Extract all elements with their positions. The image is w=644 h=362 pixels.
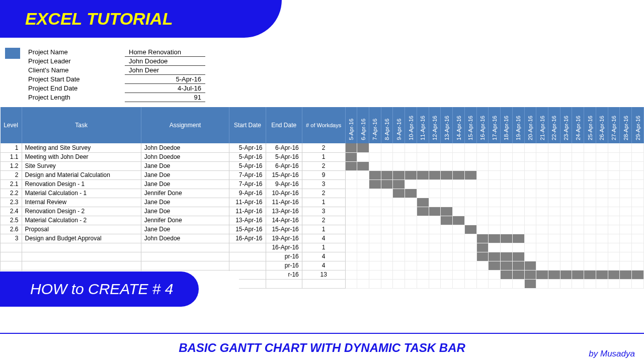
gantt-empty-cell[interactable]: [524, 161, 536, 170]
gantt-bar-segment[interactable]: [345, 161, 357, 170]
gantt-empty-cell[interactable]: [608, 279, 620, 288]
gantt-empty-cell[interactable]: [501, 143, 513, 152]
gantt-empty-cell[interactable]: [381, 243, 393, 252]
gantt-empty-cell[interactable]: [369, 207, 381, 216]
gantt-bar-segment[interactable]: [417, 207, 429, 216]
gantt-empty-cell[interactable]: [489, 270, 501, 279]
gantt-empty-cell[interactable]: [369, 216, 381, 225]
gantt-empty-cell[interactable]: [381, 207, 393, 216]
gantt-empty-cell[interactable]: [417, 179, 429, 189]
gantt-empty-cell[interactable]: [572, 225, 584, 234]
gantt-empty-cell[interactable]: [453, 179, 465, 189]
level-cell[interactable]: [1, 252, 22, 261]
gantt-empty-cell[interactable]: [536, 252, 548, 261]
date-header[interactable]: 21-Apr-16: [536, 107, 548, 143]
task-cell[interactable]: Internal Review: [22, 198, 141, 207]
col-workdays[interactable]: # of Workdays: [302, 107, 345, 143]
gantt-empty-cell[interactable]: [381, 225, 393, 234]
gantt-bar-segment[interactable]: [584, 270, 596, 279]
table-row[interactable]: 1.2Site SurveyJane Doe5-Apr-166-Apr-162: [1, 161, 644, 170]
gantt-empty-cell[interactable]: [441, 261, 453, 270]
gantt-empty-cell[interactable]: [560, 216, 572, 225]
gantt-empty-cell[interactable]: [524, 252, 536, 261]
gantt-empty-cell[interactable]: [369, 270, 381, 279]
gantt-empty-cell[interactable]: [584, 198, 596, 207]
info-value[interactable]: 4-Jul-16: [125, 84, 205, 93]
date-header[interactable]: 7-Apr-16: [369, 107, 381, 143]
table-row[interactable]: 2Design and Material CalculationJane Doe…: [1, 170, 644, 179]
gantt-bar-segment[interactable]: [501, 270, 513, 279]
gantt-empty-cell[interactable]: [560, 234, 572, 243]
gantt-empty-cell[interactable]: [560, 198, 572, 207]
gantt-empty-cell[interactable]: [464, 179, 476, 189]
gantt-empty-cell[interactable]: [393, 207, 405, 216]
gantt-empty-cell[interactable]: [429, 198, 441, 207]
gantt-empty-cell[interactable]: [512, 161, 524, 170]
gantt-empty-cell[interactable]: [512, 152, 524, 161]
info-value[interactable]: John Deer: [125, 66, 205, 75]
gantt-bar-segment[interactable]: [393, 179, 405, 189]
gantt-empty-cell[interactable]: [572, 207, 584, 216]
gantt-empty-cell[interactable]: [548, 170, 560, 179]
date-header[interactable]: 16-Apr-16: [476, 107, 489, 143]
gantt-empty-cell[interactable]: [524, 170, 536, 179]
gantt-empty-cell[interactable]: [501, 179, 513, 189]
date-header[interactable]: 28-Apr-16: [620, 107, 632, 143]
gantt-empty-cell[interactable]: [357, 170, 369, 179]
start-cell[interactable]: 5-Apr-16: [229, 152, 266, 161]
gantt-empty-cell[interactable]: [596, 170, 608, 179]
gantt-bar-segment[interactable]: [476, 243, 489, 252]
gantt-empty-cell[interactable]: [596, 261, 608, 270]
gantt-bar-segment[interactable]: [560, 270, 572, 279]
days-cell[interactable]: 4: [302, 252, 345, 261]
gantt-empty-cell[interactable]: [393, 225, 405, 234]
gantt-empty-cell[interactable]: [501, 243, 513, 252]
gantt-empty-cell[interactable]: [584, 234, 596, 243]
start-cell[interactable]: 11-Apr-16: [229, 207, 266, 216]
gantt-empty-cell[interactable]: [476, 179, 489, 189]
end-cell[interactable]: 14-Apr-16: [266, 216, 302, 225]
gantt-empty-cell[interactable]: [501, 198, 513, 207]
level-cell[interactable]: [1, 261, 22, 270]
gantt-empty-cell[interactable]: [429, 189, 441, 198]
gantt-bar-segment[interactable]: [512, 261, 524, 270]
gantt-empty-cell[interactable]: [596, 234, 608, 243]
end-cell[interactable]: 6-Apr-16: [266, 161, 302, 170]
gantt-empty-cell[interactable]: [345, 234, 357, 243]
start-cell[interactable]: 11-Apr-16: [229, 198, 266, 207]
info-value[interactable]: Home Renovation: [125, 48, 205, 57]
start-cell[interactable]: 16-Apr-16: [229, 234, 266, 243]
end-cell[interactable]: pr-16: [266, 261, 302, 270]
gantt-empty-cell[interactable]: [560, 143, 572, 152]
gantt-empty-cell[interactable]: [620, 198, 632, 207]
info-value[interactable]: 5-Apr-16: [125, 75, 205, 84]
gantt-empty-cell[interactable]: [464, 152, 476, 161]
gantt-empty-cell[interactable]: [524, 179, 536, 189]
gantt-bar-segment[interactable]: [632, 270, 644, 279]
gantt-bar-segment[interactable]: [417, 170, 429, 179]
gantt-empty-cell[interactable]: [632, 161, 644, 170]
gantt-empty-cell[interactable]: [501, 170, 513, 179]
gantt-empty-cell[interactable]: [489, 198, 501, 207]
gantt-empty-cell[interactable]: [608, 179, 620, 189]
gantt-empty-cell[interactable]: [524, 234, 536, 243]
gantt-empty-cell[interactable]: [357, 179, 369, 189]
assign-cell[interactable]: Jennifer Done: [141, 189, 229, 198]
col-end-date[interactable]: End Date: [266, 107, 302, 143]
col-assignment[interactable]: Assignment: [141, 107, 229, 143]
gantt-empty-cell[interactable]: [464, 143, 476, 152]
gantt-empty-cell[interactable]: [405, 152, 417, 161]
table-row[interactable]: 1.1Meeting with John DeerJohn Doedoe5-Ap…: [1, 152, 644, 161]
gantt-bar-segment[interactable]: [512, 252, 524, 261]
gantt-empty-cell[interactable]: [405, 234, 417, 243]
gantt-empty-cell[interactable]: [620, 179, 632, 189]
gantt-empty-cell[interactable]: [476, 207, 489, 216]
gantt-empty-cell[interactable]: [405, 161, 417, 170]
date-header[interactable]: 13-Apr-16: [441, 107, 453, 143]
gantt-empty-cell[interactable]: [393, 216, 405, 225]
gantt-empty-cell[interactable]: [596, 207, 608, 216]
gantt-empty-cell[interactable]: [441, 270, 453, 279]
end-cell[interactable]: 15-Apr-16: [266, 225, 302, 234]
gantt-empty-cell[interactable]: [429, 252, 441, 261]
gantt-bar-segment[interactable]: [429, 170, 441, 179]
